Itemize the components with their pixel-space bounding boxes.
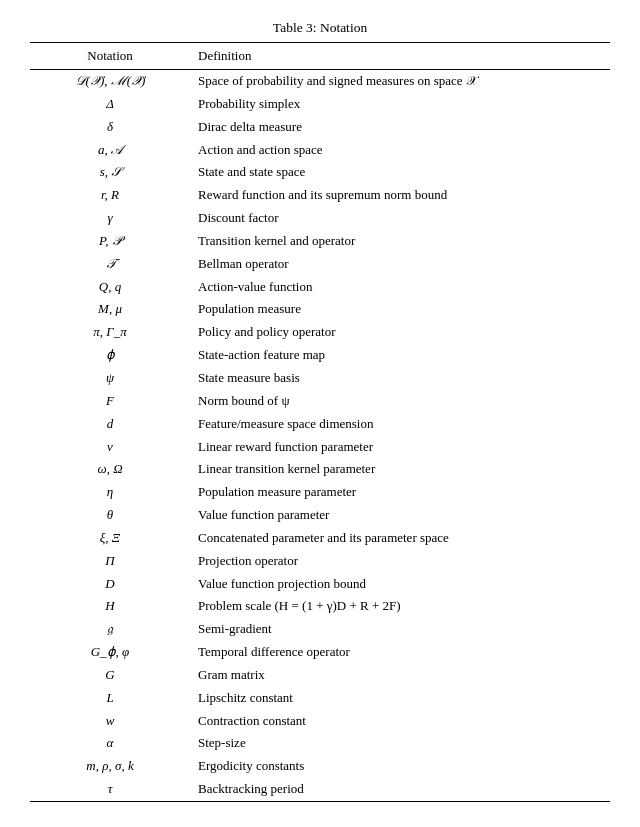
table-row: 𝒟(𝒳), ℳ(𝒳)Space of probability and signe…: [30, 70, 610, 93]
table-row: ξ, ΞConcatenated parameter and its param…: [30, 527, 610, 550]
notation-cell: α: [30, 732, 190, 755]
notation-cell: θ: [30, 504, 190, 527]
table-row: a, 𝒜Action and action space: [30, 139, 610, 162]
notation-cell: D: [30, 573, 190, 596]
table-row: r, RReward function and its supremum nor…: [30, 184, 610, 207]
definition-cell: Lipschitz constant: [190, 687, 610, 710]
notation-cell: τ: [30, 778, 190, 801]
table-header-row: Notation Definition: [30, 43, 610, 70]
notation-cell: γ: [30, 207, 190, 230]
notation-cell: δ: [30, 116, 190, 139]
table-row: θValue function parameter: [30, 504, 610, 527]
notation-cell: 𝒟(𝒳), ℳ(𝒳): [30, 70, 190, 93]
notation-cell: m, ρ, σ, k: [30, 755, 190, 778]
definition-cell: State measure basis: [190, 367, 610, 390]
definition-cell: Contraction constant: [190, 710, 610, 733]
notation-cell: r, R: [30, 184, 190, 207]
definition-cell: Step-size: [190, 732, 610, 755]
definition-cell: Policy and policy operator: [190, 321, 610, 344]
table-row: ω, ΩLinear transition kernel parameter: [30, 458, 610, 481]
table-row: νLinear reward function parameter: [30, 436, 610, 459]
definition-cell: Bellman operator: [190, 253, 610, 276]
definition-cell: Backtracking period: [190, 778, 610, 801]
definition-cell: Temporal difference operator: [190, 641, 610, 664]
table-row: LLipschitz constant: [30, 687, 610, 710]
col-definition-header: Definition: [190, 43, 610, 70]
definition-cell: Linear reward function parameter: [190, 436, 610, 459]
definition-cell: Discount factor: [190, 207, 610, 230]
definition-cell: Probability simplex: [190, 93, 610, 116]
table-row: αStep-size: [30, 732, 610, 755]
notation-cell: a, 𝒜: [30, 139, 190, 162]
notation-cell: Δ: [30, 93, 190, 116]
notation-cell: ψ: [30, 367, 190, 390]
definition-cell: Reward function and its supremum norm bo…: [190, 184, 610, 207]
notation-cell: M, μ: [30, 298, 190, 321]
notation-cell: G_ϕ, φ: [30, 641, 190, 664]
table-container: Table 3: Notation Notation Definition 𝒟(…: [30, 20, 610, 802]
definition-cell: Space of probability and signed measures…: [190, 70, 610, 93]
definition-cell: State and state space: [190, 161, 610, 184]
table-row: ΔProbability simplex: [30, 93, 610, 116]
definition-cell: Ergodicity constants: [190, 755, 610, 778]
table-row: P, 𝒫Transition kernel and operator: [30, 230, 610, 253]
table-row: ψState measure basis: [30, 367, 610, 390]
notation-cell: η: [30, 481, 190, 504]
notation-cell: ξ, Ξ: [30, 527, 190, 550]
table-row: γDiscount factor: [30, 207, 610, 230]
notation-cell: L: [30, 687, 190, 710]
table-row: HProblem scale (H = (1 + γ)D + R + 2F): [30, 595, 610, 618]
table-row: wContraction constant: [30, 710, 610, 733]
table-row: DValue function projection bound: [30, 573, 610, 596]
notation-cell: s, 𝒮: [30, 161, 190, 184]
definition-cell: Transition kernel and operator: [190, 230, 610, 253]
table-row: FNorm bound of ψ: [30, 390, 610, 413]
notation-cell: Q, q: [30, 276, 190, 299]
table-row: 𝔤Semi-gradient: [30, 618, 610, 641]
table-row: ϕState-action feature map: [30, 344, 610, 367]
notation-cell: H: [30, 595, 190, 618]
table-row: τBacktracking period: [30, 778, 610, 801]
notation-cell: Π: [30, 550, 190, 573]
col-notation-header: Notation: [30, 43, 190, 70]
definition-cell: Projection operator: [190, 550, 610, 573]
table-row: m, ρ, σ, kErgodicity constants: [30, 755, 610, 778]
definition-cell: Population measure parameter: [190, 481, 610, 504]
definition-cell: Concatenated parameter and its parameter…: [190, 527, 610, 550]
definition-cell: Dirac delta measure: [190, 116, 610, 139]
definition-cell: Gram matrix: [190, 664, 610, 687]
definition-cell: Norm bound of ψ: [190, 390, 610, 413]
definition-cell: Action-value function: [190, 276, 610, 299]
notation-cell: 𝔤: [30, 618, 190, 641]
notation-cell: π, Γ_π: [30, 321, 190, 344]
definition-cell: Population measure: [190, 298, 610, 321]
table-row: G_ϕ, φTemporal difference operator: [30, 641, 610, 664]
definition-cell: Semi-gradient: [190, 618, 610, 641]
table-row: δDirac delta measure: [30, 116, 610, 139]
table-row: M, μPopulation measure: [30, 298, 610, 321]
definition-cell: Problem scale (H = (1 + γ)D + R + 2F): [190, 595, 610, 618]
definition-cell: Action and action space: [190, 139, 610, 162]
notation-cell: d: [30, 413, 190, 436]
table-title: Table 3: Notation: [30, 20, 610, 36]
definition-cell: Linear transition kernel parameter: [190, 458, 610, 481]
notation-cell: P, 𝒫: [30, 230, 190, 253]
table-row: s, 𝒮State and state space: [30, 161, 610, 184]
notation-cell: ω, Ω: [30, 458, 190, 481]
notation-cell: 𝒯: [30, 253, 190, 276]
notation-cell: ϕ: [30, 344, 190, 367]
table-row: ΠProjection operator: [30, 550, 610, 573]
definition-cell: Feature/measure space dimension: [190, 413, 610, 436]
notation-cell: F: [30, 390, 190, 413]
notation-cell: ν: [30, 436, 190, 459]
table-row: 𝒯Bellman operator: [30, 253, 610, 276]
table-row: GGram matrix: [30, 664, 610, 687]
notation-cell: w: [30, 710, 190, 733]
table-row: π, Γ_πPolicy and policy operator: [30, 321, 610, 344]
table-row: dFeature/measure space dimension: [30, 413, 610, 436]
definition-cell: State-action feature map: [190, 344, 610, 367]
table-row: ηPopulation measure parameter: [30, 481, 610, 504]
notation-cell: G: [30, 664, 190, 687]
table-row: Q, qAction-value function: [30, 276, 610, 299]
definition-cell: Value function projection bound: [190, 573, 610, 596]
